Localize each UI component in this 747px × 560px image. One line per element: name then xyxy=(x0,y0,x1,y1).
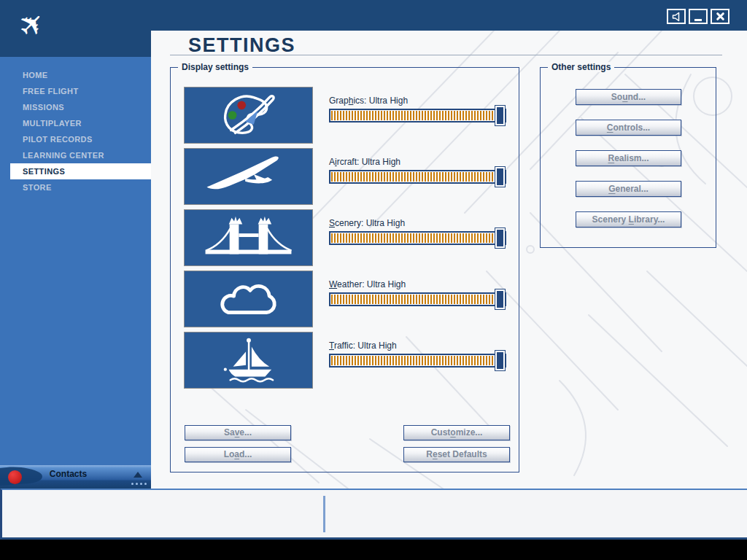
contacts-bar[interactable]: Contacts xyxy=(0,465,151,489)
scenery-tile xyxy=(184,209,313,266)
weather-slider-fill xyxy=(331,295,506,304)
other-settings-group: Other settings Sound... Controls... Real… xyxy=(540,67,716,248)
graphics-slider[interactable] xyxy=(329,109,506,122)
graphics-slider-label: Graphics: Ultra High xyxy=(329,96,408,106)
traffic-slider[interactable] xyxy=(329,354,506,368)
scenery-slider-thumb[interactable] xyxy=(495,228,505,248)
aircraft-slider[interactable] xyxy=(329,170,506,184)
bottom-status-strip xyxy=(0,489,747,540)
display-settings-legend: Display settings xyxy=(178,62,252,72)
sidebar-item-free-flight[interactable]: FREE FLIGHT xyxy=(0,83,151,99)
reset-defaults-button[interactable]: Reset Defaults xyxy=(403,447,510,462)
close-button[interactable] xyxy=(711,9,729,24)
bottom-black-strip xyxy=(0,540,747,560)
sidebar-item-store[interactable]: STORE xyxy=(0,179,151,195)
close-icon xyxy=(716,12,725,21)
general-button[interactable]: General... xyxy=(576,181,681,197)
weather-slider-label: Weather: Ultra High xyxy=(329,279,406,289)
traffic-slider-fill xyxy=(331,356,506,365)
palette-icon xyxy=(185,88,312,143)
expand-up-icon[interactable] xyxy=(133,472,142,478)
weather-slider-thumb[interactable] xyxy=(495,289,505,309)
traffic-slider-label: Traffic: Ultra High xyxy=(329,341,397,351)
plane-logo-icon: ✈ xyxy=(5,0,59,52)
save-button[interactable]: Save... xyxy=(185,425,291,440)
fsx-settings-screen: ✈ HOME FREE FLIGHT MISSIONS MULTIPLAYER … xyxy=(0,0,747,560)
aircraft-icon xyxy=(185,149,312,204)
contacts-dots-icon xyxy=(131,483,147,485)
status-strip-divider xyxy=(323,496,325,532)
scenery-slider-label: Scenery: Ultra High xyxy=(329,218,405,228)
other-settings-legend: Other settings xyxy=(548,62,614,72)
weather-tile xyxy=(184,271,313,327)
graphics-slider-thumb[interactable] xyxy=(495,106,505,125)
sidebar-item-missions[interactable]: MISSIONS xyxy=(0,99,151,115)
graphics-tile xyxy=(184,87,313,144)
contacts-label: Contacts xyxy=(0,469,136,479)
sidebar-item-settings[interactable]: SETTINGS xyxy=(10,163,151,179)
scenery-slider-fill xyxy=(331,233,506,243)
minimize-button[interactable] xyxy=(689,9,708,24)
sidebar: HOME FREE FLIGHT MISSIONS MULTIPLAYER PI… xyxy=(0,57,151,465)
scenery-library-button[interactable]: Scenery Library... xyxy=(576,211,681,228)
sidebar-item-learning-center[interactable]: LEARNING CENTER xyxy=(0,147,151,163)
sidebar-item-multiplayer[interactable]: MULTIPLAYER xyxy=(0,115,151,131)
sound-button[interactable]: Sound... xyxy=(576,89,681,105)
scenery-slider[interactable] xyxy=(329,231,506,245)
cloud-icon xyxy=(185,271,312,327)
sailboat-icon xyxy=(185,332,312,388)
aircraft-slider-thumb[interactable] xyxy=(495,167,505,187)
title-divider xyxy=(170,55,722,55)
sidebar-menu: HOME FREE FLIGHT MISSIONS MULTIPLAYER PI… xyxy=(0,67,151,195)
customize-button[interactable]: Customize... xyxy=(403,425,510,440)
weather-slider[interactable] xyxy=(329,292,506,306)
graphics-slider-fill xyxy=(331,111,506,120)
sidebar-item-home[interactable]: HOME xyxy=(0,67,151,83)
traffic-slider-thumb[interactable] xyxy=(495,351,505,370)
controls-button[interactable]: Controls... xyxy=(576,120,681,136)
main-content: SETTINGS Display settings Graphics: Ultr… xyxy=(151,31,747,489)
aircraft-tile xyxy=(184,148,313,205)
aircraft-slider-label: Aircraft: Ultra High xyxy=(329,157,400,167)
window-controls xyxy=(667,9,729,24)
logo-block: ✈ xyxy=(0,0,151,57)
minimize-icon xyxy=(694,19,702,21)
sound-toggle-button[interactable] xyxy=(667,9,686,24)
page-title: SETTINGS xyxy=(188,34,295,57)
sidebar-item-pilot-records[interactable]: PILOT RECORDS xyxy=(0,131,151,147)
load-button[interactable]: Load... xyxy=(185,447,291,462)
sound-icon xyxy=(671,12,681,22)
aircraft-slider-fill xyxy=(331,172,506,182)
realism-button[interactable]: Realism... xyxy=(576,150,681,166)
display-settings-group: Display settings Graphics: Ultra High xyxy=(170,67,519,472)
bridge-icon xyxy=(185,210,312,265)
traffic-tile xyxy=(184,332,313,389)
